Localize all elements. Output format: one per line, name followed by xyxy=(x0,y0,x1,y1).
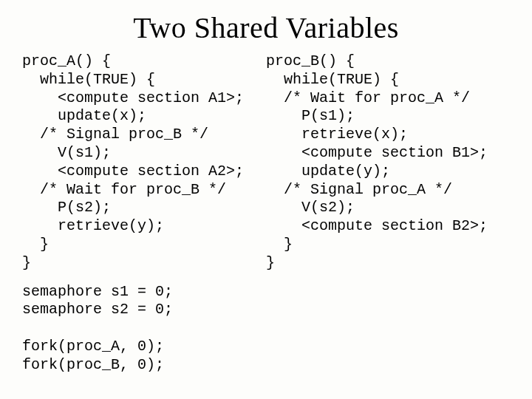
right-column: proc_B() { while(TRUE) { /* Wait for pro… xyxy=(266,52,510,273)
proc-a-code: proc_A() { while(TRUE) { <compute sectio… xyxy=(22,52,266,273)
footer-code: semaphore s1 = 0; semaphore s2 = 0; fork… xyxy=(22,283,510,375)
slide-title: Two Shared Variables xyxy=(22,10,510,45)
left-column: proc_A() { while(TRUE) { <compute sectio… xyxy=(22,52,266,273)
slide: Two Shared Variables proc_A() { while(TR… xyxy=(0,0,532,399)
code-columns: proc_A() { while(TRUE) { <compute sectio… xyxy=(22,52,510,273)
proc-b-code: proc_B() { while(TRUE) { /* Wait for pro… xyxy=(266,52,510,273)
